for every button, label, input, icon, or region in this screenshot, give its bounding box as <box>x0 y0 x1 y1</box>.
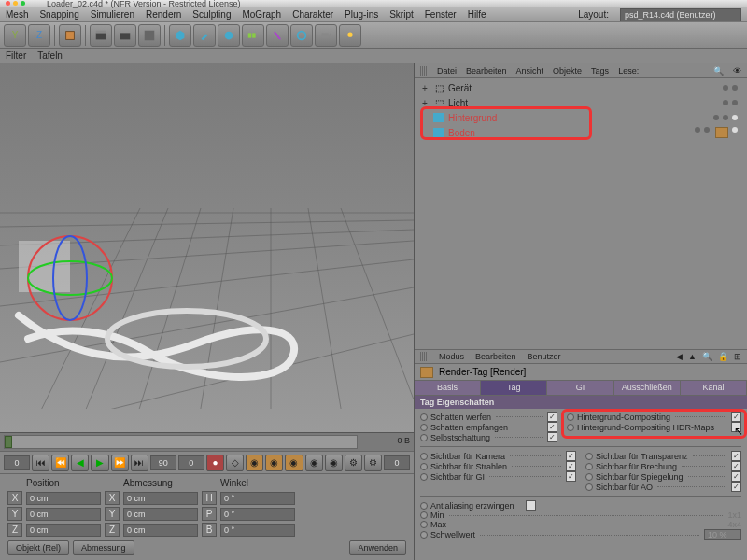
prop-hintergrund-compositing-hdr[interactable]: Hintergrund-Compositing HDR-Maps <box>567 422 741 432</box>
attr-menu-benutzer[interactable]: Benutzer <box>528 352 561 361</box>
nav-new-icon[interactable]: ⊞ <box>734 352 741 361</box>
pos-z-input[interactable] <box>26 524 101 537</box>
rot-b-input[interactable] <box>220 524 295 537</box>
min-dot[interactable] <box>13 1 18 6</box>
prim-deform-icon[interactable] <box>266 24 289 47</box>
tab-kanal[interactable]: Kanal <box>681 381 747 395</box>
tree-label[interactable]: Licht <box>448 98 468 108</box>
close-dot[interactable] <box>6 1 10 6</box>
tab-gi[interactable]: GI <box>547 381 613 395</box>
checkbox[interactable]: ✓ <box>547 432 557 442</box>
attr-menu-modus[interactable]: Modus <box>439 352 464 361</box>
tab-basis[interactable]: Basis <box>415 381 481 395</box>
goto-start-button[interactable]: ⏮ <box>32 455 49 471</box>
obj-menu-objekte[interactable]: Objekte <box>553 66 582 76</box>
tree-row-licht[interactable]: + ⬚ Licht <box>416 95 745 110</box>
prim-env-icon[interactable] <box>290 24 313 47</box>
prim-subdiv-icon[interactable] <box>218 24 240 47</box>
frame-cur-input[interactable] <box>178 455 204 470</box>
attr-menu-bearbeiten[interactable]: Bearbeiten <box>475 352 516 361</box>
checkbox[interactable]: ✓ <box>731 412 741 422</box>
timeline[interactable]: 0 B <box>0 432 414 451</box>
play-back-button[interactable]: ◀ <box>71 455 89 471</box>
size-z-input[interactable] <box>123 524 198 537</box>
menu-fenster[interactable]: Fenster <box>425 9 457 20</box>
obj-menu-datei[interactable]: Datei <box>437 66 457 76</box>
play-button[interactable]: ▶ <box>91 455 108 471</box>
checkbox[interactable]: ✓ <box>566 451 576 461</box>
record-button[interactable]: ● <box>206 455 224 471</box>
schwellwert-input[interactable] <box>704 529 741 540</box>
menu-rendern[interactable]: Rendern <box>146 9 181 20</box>
rot-h-input[interactable] <box>220 492 295 505</box>
nav-search-icon[interactable]: 🔍 <box>702 352 712 361</box>
key-pos-button[interactable]: ◉ <box>246 455 263 471</box>
tree-label[interactable]: Gerät <box>448 83 472 93</box>
tree-label[interactable]: Boden <box>448 128 475 138</box>
grip-icon[interactable] <box>420 66 428 76</box>
obj-menu-ansicht[interactable]: Ansicht <box>516 66 544 76</box>
prop-sichtbar-strahlen[interactable]: Sichtbar für Strahlen✓ <box>420 461 576 471</box>
render-tag-icon[interactable] <box>715 127 728 138</box>
obj-menu-tags[interactable]: Tags <box>591 66 609 76</box>
tab-tag[interactable]: Tag <box>481 381 547 395</box>
checkbox[interactable] <box>526 500 536 511</box>
menu-skript[interactable]: Skript <box>389 9 414 20</box>
prop-sichtbar-spiegelung[interactable]: Sichtbar für Spiegelung✓ <box>585 471 741 482</box>
menu-simulieren[interactable]: Simulieren <box>91 9 134 20</box>
prim-light-icon[interactable] <box>339 24 361 47</box>
menu-sculpting[interactable]: Sculpting <box>192 9 231 20</box>
goto-next-key-button[interactable]: ⏩ <box>111 455 129 471</box>
obj-menu-lese[interactable]: Lese: <box>618 66 639 76</box>
prim-pen-icon[interactable] <box>193 24 216 47</box>
frame-end-input[interactable] <box>150 455 176 470</box>
anwenden-button[interactable]: Anwenden <box>349 540 406 555</box>
prop-hintergrund-compositing[interactable]: Hintergrund-Compositing✓ <box>567 412 741 422</box>
checkbox[interactable]: ✓ <box>731 471 741 482</box>
object-rel-button[interactable]: Objekt (Rel) <box>7 540 69 555</box>
viewport[interactable] <box>0 63 414 432</box>
key-rot-button[interactable]: ◉ <box>285 455 303 471</box>
timeline-playhead[interactable] <box>5 436 12 448</box>
prop-schatten-werfen[interactable]: Schatten werfen✓ <box>420 412 557 422</box>
menu-plugins[interactable]: Plug-ins <box>345 9 378 20</box>
prim-cam-icon[interactable] <box>315 24 337 47</box>
menu-mograph[interactable]: MoGraph <box>242 9 281 20</box>
goto-prev-key-button[interactable]: ⏪ <box>51 455 69 471</box>
prop-antialiasing[interactable]: Antialiasing erzwingen <box>420 500 741 511</box>
material-tag-icon[interactable] <box>732 115 738 120</box>
key-opt1-button[interactable]: ⚙ <box>345 455 362 471</box>
prop-sichtbar-ao[interactable]: Sichtbar für AO✓ <box>585 482 741 492</box>
key-scale-button[interactable]: ◉ <box>265 455 283 471</box>
abmessung-button[interactable]: Abmessung <box>73 540 134 555</box>
autokey-button[interactable]: ◇ <box>226 455 244 471</box>
menu-hilfe[interactable]: Hilfe <box>468 9 486 20</box>
checkbox[interactable]: ✓ <box>731 451 741 461</box>
tafeln-label[interactable]: Tafeln <box>37 50 63 61</box>
nav-back-icon[interactable]: ◀ <box>676 352 683 361</box>
rot-p-input[interactable] <box>220 508 295 521</box>
prop-sichtbar-kamera[interactable]: Sichtbar für Kamera✓ <box>420 451 576 461</box>
nav-up-icon[interactable]: ▲ <box>688 352 697 361</box>
layout-select[interactable] <box>620 8 741 21</box>
cube-icon[interactable] <box>59 24 81 47</box>
checkbox[interactable]: ✓ <box>547 412 557 422</box>
expand-icon[interactable]: + <box>420 98 430 108</box>
checkbox[interactable]: ✓ <box>731 461 741 471</box>
expand-icon[interactable]: + <box>420 83 430 93</box>
clapper2-icon[interactable] <box>114 24 136 47</box>
prim-cube-icon[interactable] <box>169 24 191 47</box>
render-settings-icon[interactable] <box>138 24 161 47</box>
menu-snapping[interactable]: Snapping <box>39 9 78 20</box>
object-tree[interactable]: + ⬚ Gerät + ⬚ Licht Hintergrund Boden <box>415 78 747 349</box>
tree-label[interactable]: Hintergrund <box>448 113 497 123</box>
prop-sichtbar-transparenz[interactable]: Sichtbar für Transparenz✓ <box>585 451 741 461</box>
prop-selbstschattung[interactable]: Selbstschattung✓ <box>420 432 557 442</box>
grip-icon[interactable] <box>420 352 428 361</box>
gizmo-sphere[interactable] <box>19 227 131 339</box>
key-pla-button[interactable]: ◉ <box>325 455 343 471</box>
clapper-icon[interactable] <box>90 24 112 47</box>
tree-row-hintergrund[interactable]: Hintergrund <box>416 110 745 125</box>
checkbox[interactable]: ✓ <box>566 471 576 482</box>
max-dot[interactable] <box>21 1 25 6</box>
